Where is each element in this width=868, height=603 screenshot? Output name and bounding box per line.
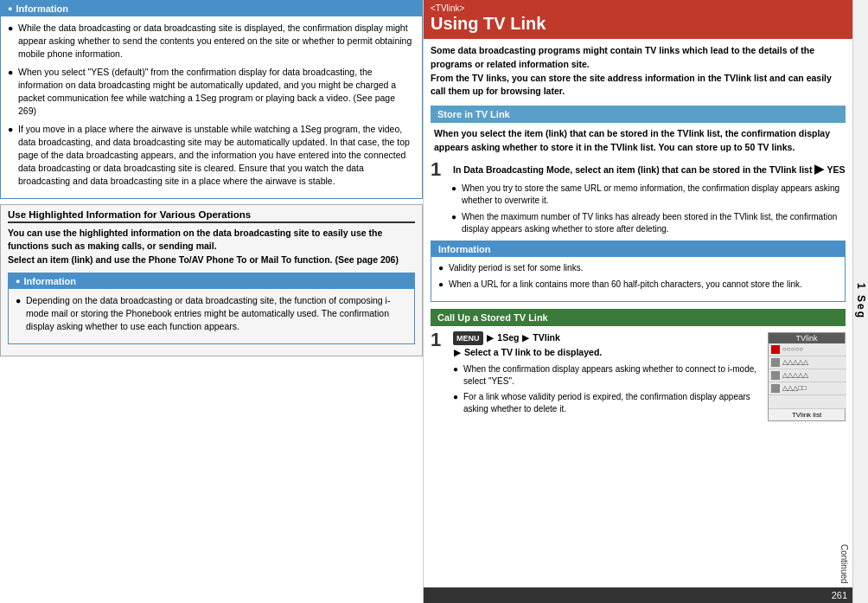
bullet-icon: ● bbox=[453, 391, 463, 403]
list-item: △△△△△ bbox=[769, 356, 846, 369]
bullet-icon: ● bbox=[451, 183, 462, 195]
list-item: ● When the confirmation display appears … bbox=[453, 363, 763, 388]
arrow-icon: ▶ bbox=[454, 348, 461, 357]
list-item: ○○○○○ bbox=[769, 343, 846, 356]
info-header-2: Information bbox=[431, 241, 845, 257]
list-item: ● While the data broadcasting or data br… bbox=[8, 22, 415, 61]
top-info-header: Information bbox=[1, 1, 422, 16]
page-number: 261 bbox=[832, 590, 847, 600]
tvlink-list-label: TVlink list bbox=[769, 408, 845, 420]
call-step-row: 1 TVlink ○○○○○ bbox=[431, 330, 846, 421]
call-step-tvlink: TVlink bbox=[533, 332, 560, 343]
step-1-row: 1 In Data Broadcasting Mode, select an i… bbox=[431, 160, 846, 179]
store-section-header: Store in TV Link bbox=[431, 106, 846, 123]
inner-info-content: ● Depending on the data broadcasting or … bbox=[9, 289, 414, 343]
tvlink-tag: <TVlink> bbox=[431, 3, 846, 13]
bullet-icon: ● bbox=[8, 66, 18, 79]
right-column: <TVlink> Using TV Link Some data broadca… bbox=[424, 0, 868, 603]
highlighted-body: You can use the highlighted information … bbox=[8, 227, 415, 267]
info-content-2: ● Validity period is set for some links.… bbox=[431, 257, 845, 301]
list-item: ● When the maximum number of TV links ha… bbox=[451, 211, 846, 235]
intro-text: Some data broadcasting programs might co… bbox=[431, 44, 846, 99]
list-item: ● When you select "YES (default)" from t… bbox=[8, 66, 415, 119]
inner-info-header: Information bbox=[9, 273, 414, 289]
list-item: ● When a URL for a link contains more th… bbox=[438, 279, 838, 292]
bullet-text: When you select "YES (default)" from the… bbox=[18, 66, 415, 119]
call-section-header: Call Up a Stored TV Link bbox=[431, 309, 846, 326]
bullet-text: If you move in a place where the airwave… bbox=[18, 123, 415, 189]
page-number-bar: 261 bbox=[424, 587, 852, 603]
step-number: 1 bbox=[431, 160, 450, 179]
list-item: ● When you try to store the same URL or … bbox=[451, 183, 846, 207]
one-seg-sidebar: 1 Seg bbox=[852, 0, 868, 603]
icon bbox=[771, 345, 780, 354]
list-item: ● For a link whose validity period is ex… bbox=[453, 391, 763, 415]
list-item: ● If you move in a place where the airwa… bbox=[8, 123, 415, 189]
top-info-header-label: Information bbox=[16, 3, 68, 14]
bullet-text: For a link whose validity period is expi… bbox=[463, 391, 763, 415]
bullet-text: When the maximum number of TV links has … bbox=[462, 211, 846, 235]
bullet-text: Depending on the data broadcasting or da… bbox=[26, 294, 407, 334]
list-item: ● Validity period is set for some links. bbox=[438, 262, 838, 275]
bullet-text: While the data broadcasting or data broa… bbox=[18, 22, 415, 61]
icon bbox=[771, 358, 780, 367]
bullet-text: Validity period is set for some links. bbox=[449, 262, 583, 275]
store-body-text: When you select the item (link) that can… bbox=[434, 128, 830, 152]
step-text: In Data Broadcasting Mode, select an ite… bbox=[453, 160, 846, 178]
tvlink-image: TVlink ○○○○○ △△△△△ bbox=[768, 332, 846, 421]
list-item: △△△□□ bbox=[769, 382, 846, 395]
step-yes: YES bbox=[827, 164, 845, 175]
icon bbox=[771, 371, 780, 380]
arrow-icon: ▶ bbox=[522, 333, 529, 343]
menu-button: MENU bbox=[453, 331, 483, 345]
icon bbox=[771, 384, 780, 393]
left-column: Information ● While the data broadcastin… bbox=[0, 0, 424, 603]
main-title: Using TV Link bbox=[431, 14, 846, 34]
bullet-icon: ● bbox=[8, 22, 18, 35]
bullet-text: When a URL for a link contains more than… bbox=[449, 279, 802, 292]
bullet-icon: ● bbox=[438, 262, 449, 275]
continued-label: Continued bbox=[839, 544, 849, 584]
call-step-1seg: 1Seg bbox=[497, 332, 519, 343]
call-step-content: TVlink ○○○○○ △△△△△ bbox=[453, 330, 846, 421]
tvlink-img-inner: ○○○○○ △△△△△ △△△△△ bbox=[769, 343, 846, 408]
inner-info-header-label: Information bbox=[23, 276, 76, 286]
tvlink-img-title-text: TVlink bbox=[795, 334, 817, 343]
bullet-text: When you try to store the same URL or me… bbox=[462, 183, 846, 207]
info-header-2-label: Information bbox=[438, 244, 491, 254]
inner-info-box: Information ● Depending on the data broa… bbox=[8, 273, 415, 344]
info-box-2: Information ● Validity period is set for… bbox=[431, 241, 846, 302]
list-item: ● Depending on the data broadcasting or … bbox=[16, 294, 407, 334]
arrow-icon: ▶ bbox=[487, 333, 494, 343]
store-section-body: When you select the item (link) that can… bbox=[431, 127, 846, 155]
list-item: △△△△△ bbox=[769, 369, 846, 382]
tvlink-title-bar: <TVlink> Using TV Link bbox=[424, 0, 852, 39]
bullet-text: When the confirmation display appears as… bbox=[463, 363, 763, 388]
highlighted-title: Use Highlighted Information for Various … bbox=[8, 209, 415, 223]
step-bullets: ● When you try to store the same URL or … bbox=[431, 183, 846, 235]
call-step-select: Select a TV link to be displayed. bbox=[464, 347, 602, 357]
highlighted-section: Use Highlighted Information for Various … bbox=[0, 204, 423, 356]
bullet-icon: ● bbox=[16, 294, 26, 307]
bullet-icon: ● bbox=[8, 123, 18, 136]
right-body: Some data broadcasting programs might co… bbox=[424, 39, 852, 430]
tvlink-img-title: TVlink bbox=[769, 333, 845, 343]
call-step-number: 1 bbox=[431, 330, 450, 350]
top-info-box: Information ● While the data broadcastin… bbox=[0, 0, 423, 199]
top-info-content: ● While the data broadcasting or data br… bbox=[1, 16, 422, 198]
bullet-icon: ● bbox=[438, 279, 449, 292]
bullet-icon: ● bbox=[451, 211, 462, 223]
bullet-icon: ● bbox=[453, 363, 463, 375]
